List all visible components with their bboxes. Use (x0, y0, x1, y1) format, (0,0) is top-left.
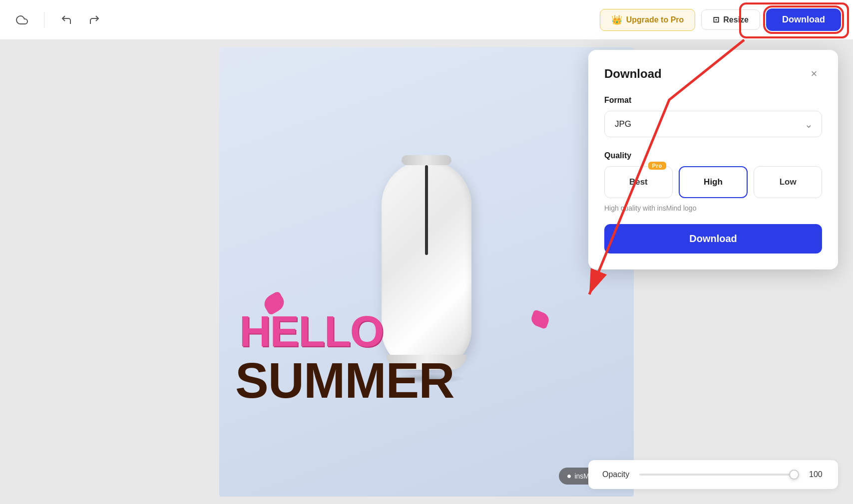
upgrade-label: Upgrade to Pro (626, 15, 684, 24)
quality-options: Pro Best High Low (604, 166, 822, 198)
opacity-value: 100 (809, 470, 824, 479)
quality-high-button[interactable]: High (679, 166, 748, 198)
product-container (382, 160, 471, 384)
opacity-slider[interactable] (639, 474, 799, 476)
toolbar-right: 👑 Upgrade to Pro ⊡ Resize Download (600, 8, 841, 31)
low-label: Low (780, 177, 797, 187)
hello-text: HELLO (239, 306, 383, 357)
download-panel: Download × Format JPG PNG WEBP Quality P… (588, 50, 838, 269)
download-top-label: Download (782, 14, 825, 24)
redo-icon (88, 14, 100, 26)
quality-label: Quality (604, 151, 822, 160)
summer-text: SUMMER (235, 352, 454, 409)
watermark-circle-icon: ● (567, 472, 572, 481)
quality-description: High quality with insMind logo (604, 204, 822, 212)
toolbar: 👑 Upgrade to Pro ⊡ Resize Download (0, 0, 853, 40)
format-select-wrapper: JPG PNG WEBP (604, 111, 822, 137)
format-section: Format JPG PNG WEBP (604, 96, 822, 137)
cloud-icon (16, 14, 28, 26)
redo-btn[interactable] (84, 10, 104, 30)
opacity-slider-thumb[interactable] (789, 470, 799, 480)
panel-header: Download × (604, 66, 822, 82)
quality-section: Quality Pro Best High Low High quality w… (604, 151, 822, 212)
resize-label: Resize (723, 15, 749, 24)
close-button[interactable]: × (806, 66, 822, 82)
best-label: Best (629, 177, 648, 187)
quality-best-button[interactable]: Pro Best (604, 166, 673, 198)
undo-icon (60, 14, 72, 26)
panel-title: Download (604, 67, 662, 81)
undo-btn[interactable] (56, 10, 76, 30)
crown-icon: 👑 (611, 14, 622, 25)
close-icon: × (811, 67, 818, 80)
format-label: Format (604, 96, 822, 105)
can-body (382, 160, 471, 370)
splash-decoration-2 (529, 309, 551, 329)
format-select[interactable]: JPG PNG WEBP (604, 111, 822, 137)
download-top-button[interactable]: Download (766, 8, 841, 31)
resize-icon: ⊡ (713, 15, 719, 24)
toolbar-left (12, 10, 104, 30)
can-top (402, 155, 451, 165)
resize-button[interactable]: ⊡ Resize (701, 9, 760, 30)
download-panel-label: Download (689, 233, 737, 244)
toolbar-divider (44, 12, 44, 28)
opacity-section: Opacity 100 (588, 460, 838, 489)
pro-badge: Pro (648, 162, 666, 170)
can-stick (425, 165, 428, 255)
cloud-icon-btn[interactable] (12, 10, 32, 30)
opacity-label: Opacity (602, 470, 629, 479)
canvas-content: HELLO SUMMER ● insMind.com (219, 47, 634, 497)
download-panel-button[interactable]: Download (604, 224, 822, 253)
quality-low-button[interactable]: Low (754, 166, 822, 198)
upgrade-button[interactable]: 👑 Upgrade to Pro (600, 9, 696, 31)
high-label: High (704, 177, 723, 187)
